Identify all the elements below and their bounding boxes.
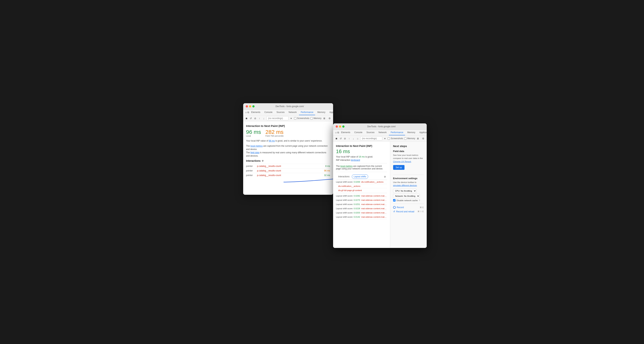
ls-element-2[interactable]: mat-sidenav-content.mat-drawer-content.m…: [361, 195, 387, 197]
tab-memory[interactable]: Memory: [316, 110, 327, 115]
recording-input[interactable]: [266, 116, 288, 120]
ls-element-4[interactable]: mat-sidenav-content.mat-drawer-content.m…: [361, 203, 387, 205]
memory-checkbox[interactable]: [310, 117, 313, 120]
memory-icon[interactable]: 🖥: [323, 116, 326, 120]
record-row: Record ⌘ E: [393, 206, 424, 209]
ls-score-7: Layout shift score: 0.0142: [336, 216, 360, 218]
network-dropdown[interactable]: Network: No throttling: [393, 194, 420, 198]
ls-score-3: Layout shift score: 0.0270: [336, 199, 360, 201]
w2-tab-elements[interactable]: Elements: [339, 130, 352, 135]
w2-record-btn[interactable]: ⏺: [335, 136, 338, 140]
w2-tab-performance[interactable]: Performance: [389, 130, 405, 135]
ls-block-1: Layout shift score: 0.0269 div.notificat…: [336, 180, 387, 193]
selector-icon[interactable]: ⊹: [245, 110, 247, 114]
w2-local-metrics-link[interactable]: local metrics: [340, 165, 353, 167]
int-target-3[interactable]: p.catalog__results-count: [257, 174, 321, 177]
upload-btn[interactable]: ↑: [258, 116, 261, 120]
record-reload-shortcut: ⌘ ⇧ E: [418, 210, 424, 213]
field-data-link[interactable]: field data: [250, 151, 260, 154]
setup-button[interactable]: Set up: [393, 165, 405, 170]
dropdown-arrow[interactable]: ▾: [290, 116, 293, 120]
w2-traffic-light-red[interactable]: [336, 125, 338, 128]
w2-upload-btn[interactable]: ↑: [348, 136, 351, 140]
ls-score-4: Layout shift score: 0.0251: [336, 203, 360, 205]
window2-inner: Interaction to Next Paint (INP) 16 ms Yo…: [333, 142, 390, 248]
tab-performance[interactable]: Performance: [299, 110, 315, 115]
download-btn[interactable]: ↓: [262, 116, 266, 120]
simulate-devices-link[interactable]: simulate different devices: [393, 184, 417, 186]
w2-inp-desc1: Your local INP value of 16 ms is good.: [336, 155, 387, 158]
w2-home-btn[interactable]: ⌂: [356, 136, 359, 140]
layout-shifts-list: Layout shift score: 0.0269 div.notificat…: [336, 180, 387, 219]
screenshots-checkbox-label[interactable]: Screenshots: [294, 117, 310, 120]
keyboard-link[interactable]: keyboard: [351, 159, 360, 161]
w2-download-btn[interactable]: ↓: [352, 136, 355, 140]
subtab-layout-shifts[interactable]: Layout shifts: [352, 174, 368, 179]
clear-btn[interactable]: ⊘: [254, 116, 257, 120]
ls-element-1b[interactable]: div.notification__actions: [338, 185, 387, 187]
tab-sources[interactable]: Sources: [275, 110, 286, 115]
disable-cache-checkbox[interactable]: [393, 199, 396, 202]
w2-tab-application[interactable]: Application: [418, 130, 427, 135]
w2-memory-checkbox-label[interactable]: Memory: [404, 137, 415, 140]
ns-field-data-desc: See how your local metrics compare to re…: [393, 154, 424, 163]
local-metrics-link[interactable]: local metrics: [250, 145, 263, 147]
w2-clear-btn[interactable]: ⊘: [344, 136, 346, 140]
window2-titlebar: DevTools - fonts.google.com/: [333, 123, 427, 130]
int-target-2[interactable]: p.catalog__results-count: [257, 169, 321, 172]
ls-element-1c[interactable]: div.gf-full-page.gf-content: [338, 189, 387, 191]
w2-recording-input[interactable]: [360, 136, 382, 140]
reload-btn[interactable]: ↺: [249, 116, 252, 120]
ls-element-1[interactable]: div.notification__actions: [361, 181, 387, 183]
record-reload-text: Record and reload: [396, 210, 414, 213]
record-shortcut: ⌘ E: [420, 206, 424, 209]
tab-console[interactable]: Console: [263, 110, 274, 115]
device-icon[interactable]: ⧉: [248, 110, 249, 114]
screenshots-checkbox[interactable]: [294, 117, 296, 120]
w2-tab-sources[interactable]: Sources: [365, 130, 376, 135]
help-icon[interactable]: ?: [419, 199, 420, 202]
ls-element-5[interactable]: mat-sidenav-content.mat-drawer-content.m…: [361, 207, 387, 210]
subtabs-more-icon[interactable]: ⊘: [383, 175, 387, 179]
record-btn[interactable]: ⏺: [245, 116, 248, 120]
int-target-1[interactable]: p.catalog__results-count: [257, 165, 321, 167]
settings-icon-2[interactable]: ⚙: [328, 116, 331, 120]
w2-tab-network[interactable]: Network: [377, 130, 388, 135]
tab-network[interactable]: Network: [287, 110, 298, 115]
subtab-interactions[interactable]: Interactions: [336, 174, 352, 179]
ls-element-6[interactable]: mat-sidenav-content.mat-drawer-content.m…: [361, 212, 387, 214]
interactions-header: Interactions ⊘: [246, 159, 330, 162]
tab-elements[interactable]: Elements: [250, 110, 262, 115]
memory-checkbox-label[interactable]: Memory: [310, 117, 321, 120]
window1-tab-bar: ⊹ ⧉ Elements Console Sources Network Per…: [243, 110, 333, 115]
chrome-ux-link[interactable]: Chrome UX Report: [393, 160, 411, 163]
w2-tab-memory[interactable]: Memory: [406, 130, 417, 135]
window1-devtools: DevTools - fonts.google.com/ ⊹ ⧉ Element…: [243, 103, 333, 195]
record-reload-label[interactable]: ↺ Record and reload: [393, 210, 414, 213]
field-val: 282 ms: [266, 129, 284, 135]
ls-element-3[interactable]: mat-sidenav-content.mat-drawer-content.m…: [361, 199, 387, 201]
ls-row-6: Layout shift score: 0.0203 mat-sidenav-c…: [336, 211, 387, 215]
w2-screenshots-checkbox[interactable]: [388, 137, 390, 140]
w2-selector-icon[interactable]: ⊹: [335, 131, 337, 135]
w2-screenshots-checkbox-label[interactable]: Screenshots: [388, 137, 403, 140]
record-label[interactable]: Record: [393, 206, 404, 209]
w2-settings-icon-2[interactable]: ⚙: [422, 136, 425, 140]
w2-dropdown-arrow[interactable]: ▾: [384, 136, 386, 140]
field-label: Field 75th percentile: [266, 135, 284, 137]
w2-device-icon[interactable]: ⧉: [337, 131, 339, 135]
ls-element-7[interactable]: mat-sidenav-content.mat-drawer-content.m…: [361, 216, 387, 218]
w2-memory-checkbox[interactable]: [404, 137, 406, 140]
local-metric: 96 ms Local: [246, 129, 261, 137]
window1-titlebar: DevTools - fonts.google.com/: [243, 103, 333, 110]
ns-env-desc: Use the device toolbar to simulate diffe…: [393, 181, 424, 187]
traffic-light-red[interactable]: [246, 105, 248, 107]
local-val: 96 ms: [246, 129, 261, 135]
ls-row-7: Layout shift score: 0.0142 mat-sidenav-c…: [336, 215, 387, 219]
tab-application[interactable]: Application: [328, 110, 333, 115]
w2-reload-btn[interactable]: ↺: [339, 136, 342, 140]
cpu-dropdown[interactable]: CPU: No throttling: [393, 189, 416, 193]
w2-memory-icon[interactable]: 🖥: [416, 136, 419, 140]
w2-tab-console[interactable]: Console: [352, 130, 364, 135]
ls-score-1: Layout shift score: 0.0269: [336, 181, 360, 183]
